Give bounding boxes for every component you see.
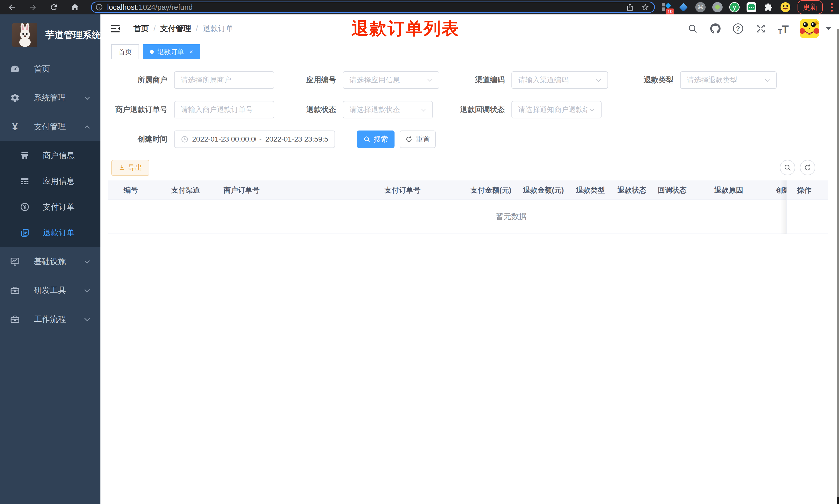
field-label: 退款回调状态 xyxy=(443,105,512,115)
emoji-extension-icon[interactable] xyxy=(780,2,791,13)
puzzle-extensions-icon[interactable] xyxy=(763,2,774,13)
sidebar-item-merchant-info[interactable]: 商户信息 xyxy=(0,143,101,168)
callback-status-select[interactable]: 请选择通知商户退款结果 xyxy=(512,101,602,119)
page-content: 所属商户 应用编号 请选择应用信息 渠道编码 请输入渠道编码 xyxy=(101,61,839,504)
sidebar-item-dev-tools[interactable]: 研发工具 xyxy=(0,276,101,305)
column-header: 支付渠道 xyxy=(171,180,200,200)
browser-reload-icon[interactable] xyxy=(49,2,59,13)
sidebar-item-app-info[interactable]: 应用信息 xyxy=(0,168,101,194)
sidebar-item-pay-order[interactable]: 支付订单 xyxy=(0,194,101,220)
app-no-select[interactable]: 请选择应用信息 xyxy=(343,71,439,89)
browser-back-icon[interactable] xyxy=(7,2,17,13)
field-label: 渠道编码 xyxy=(443,75,512,85)
browser-home-icon[interactable] xyxy=(70,2,80,13)
sidebar-item-label: 工作流程 xyxy=(34,314,66,325)
select-caret-icon xyxy=(428,77,432,82)
sidebar-item-home[interactable]: 首页 xyxy=(0,55,101,84)
help-icon[interactable]: ? xyxy=(732,22,744,35)
breadcrumb-current: 退款订单 xyxy=(203,23,234,34)
select-caret-icon xyxy=(590,107,594,111)
date-range-start[interactable]: 2022-01-23 00:00:00 xyxy=(192,135,256,143)
browser-menu-kebab-icon[interactable] xyxy=(828,2,835,13)
url-bar[interactable]: localhost:1024/pay/refund xyxy=(91,2,655,13)
date-range-end[interactable]: 2022-01-23 23:59:59 xyxy=(265,135,328,143)
chevron-down-icon xyxy=(85,287,90,292)
field-label: 创建时间 xyxy=(106,134,174,144)
chat-extension-icon[interactable] xyxy=(746,2,757,13)
grey-dot-extension-icon[interactable] xyxy=(712,2,723,13)
sidebar-item-infrastructure[interactable]: 基础设施 xyxy=(0,247,101,276)
column-header: 编号 xyxy=(124,180,138,200)
browser-forward-icon[interactable] xyxy=(28,2,38,13)
bookmark-star-icon[interactable] xyxy=(641,3,649,11)
column-header: 支付订单号 xyxy=(385,180,421,200)
column-header: 退款原因 xyxy=(714,180,743,200)
column-header: 商户订单号 xyxy=(224,180,260,200)
sidebar-item-system[interactable]: 系统管理 xyxy=(0,84,101,112)
show-search-toggle-button[interactable] xyxy=(780,160,795,175)
refresh-table-button[interactable] xyxy=(800,160,815,175)
export-button[interactable]: 导出 xyxy=(111,160,149,176)
kite-extension-icon[interactable] xyxy=(678,2,689,13)
browser-update-button[interactable]: 更新 xyxy=(798,0,823,14)
info-icon[interactable] xyxy=(95,3,103,11)
reset-button[interactable]: 重置 xyxy=(400,130,436,148)
command-extension-icon[interactable]: ⌘ xyxy=(695,2,706,13)
fixed-column-divider xyxy=(786,180,787,234)
field-label: 应用编号 xyxy=(274,75,343,85)
documents-icon xyxy=(19,227,30,238)
breadcrumb-separator: / xyxy=(154,24,156,33)
breadcrumb-payment[interactable]: 支付管理 xyxy=(160,23,191,34)
sidebar-item-refund-order[interactable]: 退款订单 xyxy=(0,220,101,246)
column-header: 退款金额(元) xyxy=(523,180,564,200)
store-icon xyxy=(19,150,30,161)
sidebar: 芋道管理系统 首页 系统管理 ¥ 支付管理 xyxy=(0,14,101,504)
column-header-actions: 操作 xyxy=(797,180,811,200)
close-tag-icon[interactable]: × xyxy=(189,48,193,55)
github-icon[interactable] xyxy=(709,22,721,35)
field-label: 所属商户 xyxy=(106,75,174,85)
extension-grid-icon[interactable]: 10 xyxy=(661,2,672,13)
logo-row[interactable]: 芋道管理系统 xyxy=(0,14,101,48)
collapse-sidebar-icon[interactable] xyxy=(110,23,121,34)
merchant-input-field[interactable] xyxy=(181,76,268,84)
tag-home[interactable]: 首页 xyxy=(111,44,139,59)
chevron-down-icon xyxy=(85,258,90,264)
fullscreen-icon[interactable] xyxy=(754,22,767,35)
share-icon[interactable] xyxy=(626,3,634,11)
sidebar-item-label: 支付订单 xyxy=(43,201,75,212)
toolbox-icon xyxy=(9,313,21,325)
clock-icon xyxy=(181,136,189,143)
tag-refund-order[interactable]: 退款订单 × xyxy=(143,44,200,59)
column-header: 回调状态 xyxy=(658,180,686,200)
font-size-icon[interactable]: TT xyxy=(777,22,789,35)
chevron-down-icon xyxy=(85,94,90,100)
select-caret-icon xyxy=(596,77,601,82)
avatar-caret-icon[interactable] xyxy=(826,27,831,30)
fixed-column-shadow xyxy=(780,180,786,234)
merchant-refund-no-field[interactable] xyxy=(181,106,268,114)
select-caret-icon xyxy=(421,107,426,111)
sidebar-item-label: 支付管理 xyxy=(34,121,66,132)
breadcrumb-home[interactable]: 首页 xyxy=(133,23,149,34)
refund-type-select[interactable]: 请选择退款类型 xyxy=(680,71,777,89)
avatar[interactable] xyxy=(800,19,819,38)
merchant-input[interactable] xyxy=(174,71,274,89)
refund-status-select[interactable]: 请选择退款状态 xyxy=(343,101,433,119)
search-button[interactable]: 搜索 xyxy=(357,130,394,148)
merchant-refund-no-input[interactable] xyxy=(174,101,274,119)
search-icon[interactable] xyxy=(686,22,699,35)
sidebar-item-payment[interactable]: ¥ 支付管理 xyxy=(0,112,101,141)
page-title-watermark: 退款订单列表 xyxy=(352,17,460,40)
sidebar-menu: 首页 系统管理 ¥ 支付管理 商户信息 xyxy=(0,55,101,334)
search-icon xyxy=(363,136,371,143)
create-time-range-picker[interactable]: 2022-01-23 00:00:00 - 2022-01-23 23:59:5… xyxy=(174,130,335,148)
sidebar-item-workflow[interactable]: 工作流程 xyxy=(0,305,101,334)
refund-table: 编号 支付渠道 商户订单号 支付订单号 支付金额(元) 退款金额(元) 退款类型… xyxy=(108,180,828,233)
column-header: 退款状态 xyxy=(618,180,646,200)
field-label: 退款类型 xyxy=(612,75,680,85)
refresh-icon xyxy=(804,164,811,172)
channel-code-select[interactable]: 请输入渠道编码 xyxy=(512,71,608,89)
green-y-extension-icon[interactable]: y xyxy=(729,2,740,13)
yen-circle-icon xyxy=(19,201,30,213)
